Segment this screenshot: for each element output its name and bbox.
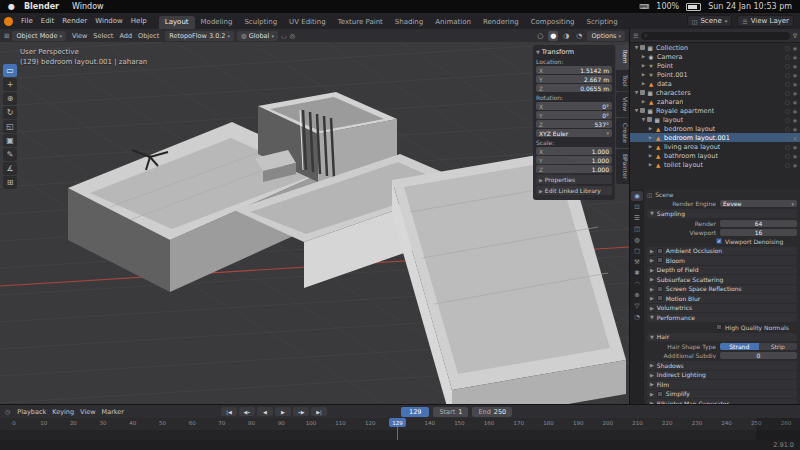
timeline-menu-playback[interactable]: Playback [14, 408, 49, 416]
disclosure-open-icon[interactable]: ▼ [633, 90, 640, 95]
sampling-viewport-field[interactable]: 16 [720, 229, 797, 236]
workspace-tab-compositing[interactable]: Compositing [525, 16, 581, 29]
workspace-tab-uv-editing[interactable]: UV Editing [283, 16, 332, 29]
outliner-row-collection[interactable]: ▼▦Collection▢◉ [630, 43, 800, 52]
viewport-menu-add[interactable]: Add [116, 32, 135, 40]
hide-render-toggle-icon[interactable]: ◉ [793, 153, 797, 159]
hide-viewport-toggle-icon[interactable]: ▢ [785, 72, 790, 78]
hide-viewport-toggle-icon[interactable]: ▢ [785, 45, 790, 51]
properties-tab-physics[interactable]: ◠ [631, 279, 643, 289]
outliner-row-toilet-layout[interactable]: ▶▲toilet layout▢◉ [630, 160, 800, 169]
timeline-menu-keying[interactable]: Keying [49, 408, 77, 416]
jump-to-end-button[interactable]: ▶| [311, 407, 327, 416]
hide-render-toggle-icon[interactable]: ◉ [793, 72, 797, 78]
disclosure-icon[interactable]: ▶ [640, 54, 647, 59]
play-button[interactable]: ▶ [275, 407, 291, 416]
topbar-menu-file[interactable]: File [17, 17, 37, 25]
disclosure-icon[interactable]: ▶ [647, 162, 654, 167]
hide-render-toggle-icon[interactable]: ◉ [793, 54, 797, 60]
ambient-occlusion-panel-header[interactable]: ▶Ambient Occlusion [647, 247, 797, 256]
shading-solid-icon[interactable]: ● [548, 31, 558, 41]
workspace-tab-sculpting[interactable]: Sculpting [238, 16, 283, 29]
properties-tab-object-data[interactable]: ▽ [631, 301, 643, 311]
editor-type-icon[interactable]: ⊞ [4, 32, 9, 40]
collection-checkbox[interactable] [640, 108, 645, 113]
n-panel-tab-bpainter[interactable]: BPainter [616, 149, 629, 184]
properties-tab-scene[interactable]: ◫ [631, 224, 643, 234]
outliner-row-royale-apartment[interactable]: ▼▦Royale apartment▢◉ [630, 106, 800, 115]
sampling-panel-header[interactable]: ▼ Sampling [647, 209, 797, 218]
disclosure-open-icon[interactable]: ▼ [633, 108, 640, 113]
hide-render-toggle-icon[interactable]: ◉ [793, 90, 797, 96]
scale-tool[interactable]: ◱ [3, 120, 17, 133]
n-panel-tab-tool[interactable]: Tool [616, 70, 629, 92]
outliner-editor-icon[interactable]: ☰ [633, 32, 638, 39]
disclosure-icon[interactable]: ▶ [647, 126, 654, 131]
hide-render-toggle-icon[interactable]: ◉ [793, 162, 797, 168]
checkbox-icon[interactable] [657, 295, 663, 301]
checkbox-icon[interactable] [657, 286, 663, 292]
outliner-row-layout[interactable]: ▼▦layout▢◉ [630, 115, 800, 124]
rotate-tool[interactable]: ↻ [3, 106, 17, 119]
n-panel-tab-item[interactable]: Item [616, 45, 629, 69]
options-dropdown[interactable]: Options ▾ [587, 31, 625, 41]
checkbox-icon[interactable] [657, 248, 663, 254]
shading-rendered-icon[interactable]: ◔ [574, 31, 584, 41]
collection-checkbox[interactable] [647, 117, 652, 122]
jump-to-start-button[interactable]: |◀ [221, 407, 237, 416]
performance-panel-header[interactable]: ▼ Performance [647, 313, 797, 322]
collection-checkbox[interactable] [640, 45, 645, 50]
workspace-tab-animation[interactable]: Animation [429, 16, 477, 29]
timeline-editor-icon[interactable]: ◷ [5, 408, 10, 415]
hide-render-toggle-icon[interactable]: ◉ [793, 63, 797, 69]
transform-panel-header[interactable]: ▼ Transform [536, 48, 612, 56]
location-x-field[interactable]: X1.5142 m [536, 66, 612, 74]
hide-render-toggle-icon[interactable]: ◉ [793, 126, 797, 132]
frame-start-field[interactable]: Start 1 [433, 407, 468, 417]
scale-x-field[interactable]: X1.000 [536, 147, 612, 155]
rotation-x-field[interactable]: X0° [536, 102, 612, 110]
properties-tab-modifiers[interactable]: ⚒ [631, 257, 643, 267]
workspace-tab-scripting[interactable]: Scripting [581, 16, 624, 29]
workspace-tab-modeling[interactable]: Modeling [195, 16, 239, 29]
viewport-menu-view[interactable]: View [69, 32, 90, 40]
outliner-row-characters[interactable]: ▼▦characters▢◉ [630, 88, 800, 97]
workspace-tab-layout[interactable]: Layout [159, 16, 195, 29]
properties-panel-header[interactable]: ▶Properties [536, 175, 612, 184]
hide-render-toggle-icon[interactable]: ◉ [793, 117, 797, 123]
disclosure-icon[interactable]: ▶ [640, 81, 647, 86]
menubar-clock[interactable]: Sun 24 Jan 10:53 pm [708, 2, 792, 11]
outliner-search-input[interactable]: ⌕ [641, 32, 790, 40]
hide-viewport-toggle-icon[interactable]: ▢ [785, 144, 790, 150]
topbar-menu-edit[interactable]: Edit [37, 17, 59, 25]
timeline-playhead[interactable]: 129 [397, 418, 398, 441]
bloom-panel-header[interactable]: ▶Bloom [647, 256, 797, 265]
prev-keyframe-button[interactable]: ◀∙ [239, 407, 255, 416]
indirect-lighting-panel-header[interactable]: ▶Indirect Lighting [647, 371, 797, 380]
disclosure-icon[interactable]: ▶ [647, 144, 654, 149]
hide-render-toggle-icon[interactable]: ◉ [793, 99, 797, 105]
hide-viewport-toggle-icon[interactable]: ▢ [785, 99, 790, 105]
scale-y-field[interactable]: Y1.000 [536, 156, 612, 164]
properties-tab-output[interactable]: ⊡ [631, 202, 643, 212]
move-tool[interactable]: ⊕ [3, 92, 17, 105]
outliner-row-bathroom-layout[interactable]: ▶▲bathroom layout▢◉ [630, 151, 800, 160]
playhead-frame-badge[interactable]: 129 [389, 418, 406, 427]
hide-viewport-toggle-icon[interactable]: ▢ [785, 162, 790, 168]
location-y-field[interactable]: Y2.667 m [536, 75, 612, 83]
hide-viewport-toggle-icon[interactable]: ▢ [785, 81, 790, 87]
outliner-row-point-001[interactable]: ▶☀Point.001▢◉ [630, 70, 800, 79]
disclosure-icon[interactable]: ▶ [647, 135, 654, 140]
view-layer-selector[interactable]: ☰ View Layer [737, 15, 794, 27]
outliner-row-camera[interactable]: ▶◉Camera▢◉ [630, 52, 800, 61]
menubar-app-name[interactable]: Blender [24, 2, 59, 11]
properties-tab-object[interactable]: ▢ [631, 246, 643, 256]
timeline-menu-marker[interactable]: Marker [99, 408, 127, 416]
screen-space-reflections-panel-header[interactable]: ▶Screen Space Reflections [647, 285, 797, 294]
shading-material-icon[interactable]: ◑ [561, 31, 571, 41]
checkbox-icon[interactable] [716, 324, 722, 330]
properties-tab-view-layer[interactable]: ☰ [631, 213, 643, 223]
outliner-row-bedroom-layout[interactable]: ▶▲bedroom layout▢◉ [630, 124, 800, 133]
select-box-tool[interactable]: ▭ [3, 64, 17, 77]
location-z-field[interactable]: Z0.0655 m [536, 84, 612, 92]
